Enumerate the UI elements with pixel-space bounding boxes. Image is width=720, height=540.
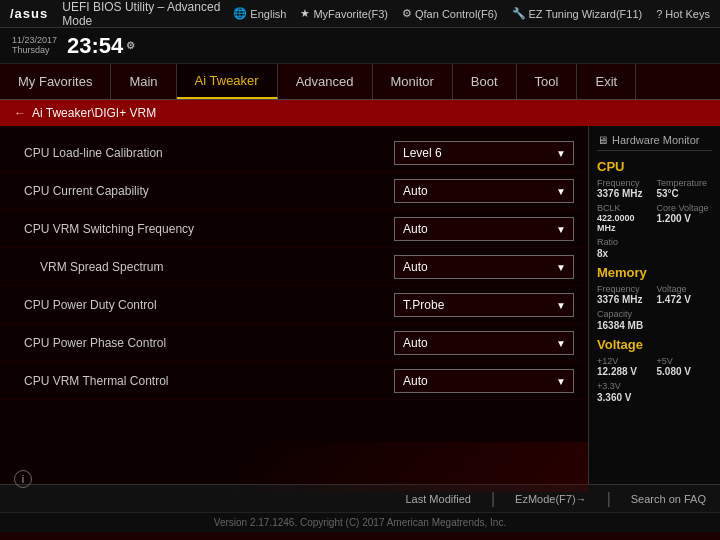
info-button[interactable]: i <box>14 470 32 488</box>
voltage-5v-value: 5.080 V <box>657 366 713 377</box>
select-cpu-current-capability[interactable]: Auto 100% 110% 120% <box>394 179 574 203</box>
dropdown-cpu-power-phase-control[interactable]: Auto Standard Optimized Extreme ▼ <box>394 331 574 355</box>
select-vrm-spread-spectrum[interactable]: Auto Disabled Enabled <box>394 255 574 279</box>
cpu-core-voltage-cell: Core Voltage 1.200 V <box>657 203 713 233</box>
ez-mode-button[interactable]: EzMode(F7)→ <box>515 493 587 505</box>
memory-frequency-label: Frequency <box>597 284 653 294</box>
hot-keys-label: Hot Keys <box>665 8 710 20</box>
memory-capacity-block: Capacity 16384 MB <box>597 309 712 331</box>
tab-exit[interactable]: Exit <box>577 64 636 99</box>
tab-boot[interactable]: Boot <box>453 64 517 99</box>
datetime-bar: 11/23/2017Thursday 23:54 ⚙ <box>0 28 720 64</box>
header-bar: /asus UEFI BIOS Utility – Advanced Mode … <box>0 0 720 28</box>
setting-cpu-power-phase-control: CPU Power Phase Control Auto Standard Op… <box>0 324 588 362</box>
setting-label-vrm-spread-spectrum: VRM Spread Spectrum <box>40 260 394 274</box>
setting-label-cpu-current-capability: CPU Current Capability <box>24 184 394 198</box>
language-selector[interactable]: 🌐 English <box>233 7 286 20</box>
memory-frequency-cell: Frequency 3376 MHz <box>597 284 653 305</box>
language-label: English <box>250 8 286 20</box>
my-favorites-shortcut[interactable]: ★ MyFavorite(F3) <box>300 7 388 20</box>
tab-monitor[interactable]: Monitor <box>373 64 453 99</box>
cpu-freq-temp: Frequency 3376 MHz Temperature 53°C <box>597 178 712 199</box>
cpu-temperature-value: 53°C <box>657 188 713 199</box>
setting-label-cpu-vrm-switching: CPU VRM Switching Frequency <box>24 222 394 236</box>
ez-tuning-wizard[interactable]: 🔧 EZ Tuning Wizard(F11) <box>512 7 643 20</box>
voltage-33v-block: +3.3V 3.360 V <box>597 381 712 403</box>
header-title: UEFI BIOS Utility – Advanced Mode <box>62 0 225 28</box>
separator-1: | <box>491 490 495 508</box>
qfan-label: Qfan Control(F6) <box>415 8 498 20</box>
memory-capacity-label: Capacity <box>597 309 712 319</box>
tab-my-favorites[interactable]: My Favorites <box>0 64 111 99</box>
setting-vrm-spread-spectrum: VRM Spread Spectrum Auto Disabled Enable… <box>0 248 588 286</box>
date-text: 11/23/2017Thursday <box>12 36 57 56</box>
copyright-bar: Version 2.17.1246. Copyright (C) 2017 Am… <box>0 512 720 532</box>
cpu-temperature-label: Temperature <box>657 178 713 188</box>
tab-main[interactable]: Main <box>111 64 176 99</box>
setting-cpu-current-capability: CPU Current Capability Auto 100% 110% 12… <box>0 172 588 210</box>
cpu-ratio-value: 8x <box>597 248 712 259</box>
cpu-bclk-voltage: BCLK 422.0000 MHz Core Voltage 1.200 V <box>597 203 712 233</box>
last-modified-label: Last Modified <box>406 493 471 505</box>
hardware-monitor-title: 🖥 Hardware Monitor <box>597 134 712 151</box>
tab-tool[interactable]: Tool <box>517 64 578 99</box>
setting-label-cpu-power-phase-control: CPU Power Phase Control <box>24 336 394 350</box>
qfan-control[interactable]: ⚙ Qfan Control(F6) <box>402 7 498 20</box>
last-modified-item: Last Modified <box>406 493 471 505</box>
voltage-33v-label: +3.3V <box>597 381 712 391</box>
info-icon: i <box>22 473 24 485</box>
voltage-section-title: Voltage <box>597 337 712 352</box>
datetime-left: 11/23/2017Thursday <box>12 36 57 56</box>
cpu-bclk-cell: BCLK 422.0000 MHz <box>597 203 653 233</box>
setting-cpu-vrm-switching: CPU VRM Switching Frequency Auto Manual … <box>0 210 588 248</box>
hot-keys[interactable]: ? Hot Keys <box>656 8 710 20</box>
voltage-5v-label: +5V <box>657 356 713 366</box>
dropdown-cpu-current-capability[interactable]: Auto 100% 110% 120% ▼ <box>394 179 574 203</box>
select-cpu-power-duty-control[interactable]: T.Probe Extreme <box>394 293 574 317</box>
dropdown-vrm-spread-spectrum[interactable]: Auto Disabled Enabled ▼ <box>394 255 574 279</box>
bottom-status-bar: Last Modified | EzMode(F7)→ | Search on … <box>0 484 720 512</box>
cpu-frequency-cell: Frequency 3376 MHz <box>597 178 653 199</box>
globe-icon: 🌐 <box>233 7 247 20</box>
cpu-core-voltage-value: 1.200 V <box>657 213 713 224</box>
dropdown-cpu-power-duty-control[interactable]: T.Probe Extreme ▼ <box>394 293 574 317</box>
setting-cpu-load-line: CPU Load-line Calibration Level 6 Level … <box>0 134 588 172</box>
tab-advanced[interactable]: Advanced <box>278 64 373 99</box>
cpu-frequency-label: Frequency <box>597 178 653 188</box>
voltage-5v-cell: +5V 5.080 V <box>657 356 713 377</box>
voltage-12v-label: +12V <box>597 356 653 366</box>
memory-voltage-cell: Voltage 1.472 V <box>657 284 713 305</box>
select-cpu-vrm-switching[interactable]: Auto Manual <box>394 217 574 241</box>
settings-panel: CPU Load-line Calibration Level 6 Level … <box>0 126 588 484</box>
cpu-ratio-label: Ratio <box>597 237 712 247</box>
select-cpu-power-phase-control[interactable]: Auto Standard Optimized Extreme <box>394 331 574 355</box>
hotkeys-icon: ? <box>656 8 662 20</box>
setting-cpu-power-duty-control: CPU Power Duty Control T.Probe Extreme ▼ <box>0 286 588 324</box>
search-faq-button[interactable]: Search on FAQ <box>631 493 706 505</box>
select-cpu-vrm-thermal-control[interactable]: Auto Manual <box>394 369 574 393</box>
asus-logo: /asus <box>10 6 48 21</box>
dropdown-cpu-load-line[interactable]: Level 6 Level 1 Level 2 Level 3 Level 4 … <box>394 141 574 165</box>
settings-gear-icon[interactable]: ⚙ <box>126 41 135 51</box>
tab-ai-tweaker[interactable]: Ai Tweaker <box>177 64 278 99</box>
dropdown-cpu-vrm-switching[interactable]: Auto Manual ▼ <box>394 217 574 241</box>
cpu-temperature-cell: Temperature 53°C <box>657 178 713 199</box>
cpu-ratio-block: Ratio 8x <box>597 237 712 259</box>
voltage-12-5: +12V 12.288 V +5V 5.080 V <box>597 356 712 377</box>
cpu-bclk-value: 422.0000 MHz <box>597 213 653 233</box>
ez-mode-label: EzMode(F7)→ <box>515 493 587 505</box>
separator-2: | <box>607 490 611 508</box>
memory-voltage-value: 1.472 V <box>657 294 713 305</box>
dropdown-cpu-vrm-thermal-control[interactable]: Auto Manual ▼ <box>394 369 574 393</box>
copyright-text: Version 2.17.1246. Copyright (C) 2017 Am… <box>214 517 506 528</box>
wizard-icon: 🔧 <box>512 7 526 20</box>
hardware-monitor-panel: 🖥 Hardware Monitor CPU Frequency 3376 MH… <box>588 126 720 484</box>
breadcrumb-arrow-icon: ← <box>14 106 26 120</box>
ez-tuning-label: EZ Tuning Wizard(F11) <box>529 8 643 20</box>
voltage-33v-value: 3.360 V <box>597 392 712 403</box>
select-cpu-load-line[interactable]: Level 6 Level 1 Level 2 Level 3 Level 4 … <box>394 141 574 165</box>
fan-icon: ⚙ <box>402 7 412 20</box>
main-content: CPU Load-line Calibration Level 6 Level … <box>0 126 720 484</box>
setting-label-cpu-vrm-thermal-control: CPU VRM Thermal Control <box>24 374 394 388</box>
cpu-bclk-label: BCLK <box>597 203 653 213</box>
